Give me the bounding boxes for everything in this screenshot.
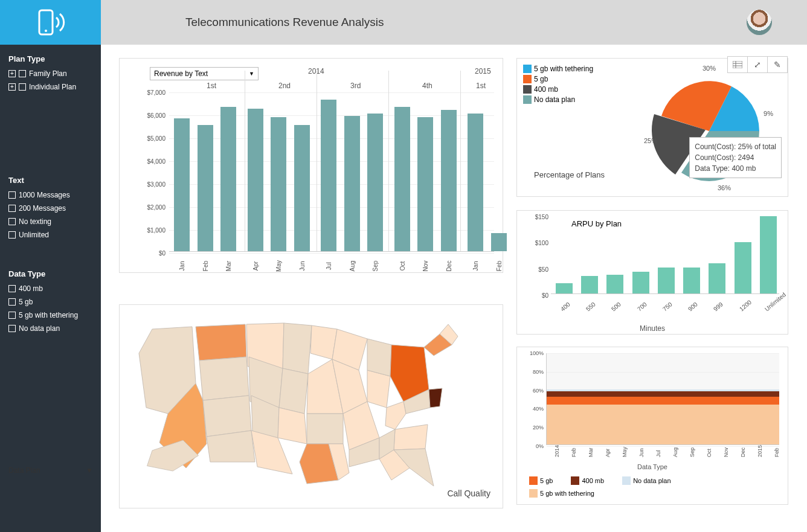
page-title: Telecommunications Revenue Analysis [185,16,384,29]
checkbox[interactable] [8,325,16,332]
filter-data-type: Data Type 400 mb 5 gb 5 gb with tetherin… [8,269,92,333]
filter-item[interactable]: No data plan [8,324,92,333]
avatar[interactable] [747,10,772,35]
quarter-label: 3rd [350,82,361,90]
percentage-plans-chart: ⤢ ✎ 5 gb with tethering 5 gb 400 mb No d… [516,58,788,197]
chevron-down-icon: ▼ [86,466,93,475]
arpu-chart: ARPU by Plan $0$50$100$150 4005505007007… [516,210,788,335]
expand-icon[interactable]: + [8,83,16,91]
pie-label: 36% [718,184,731,191]
svg-point-1 [45,30,47,32]
checkbox[interactable] [8,298,16,306]
filter-text: Text 1000 Messages 200 Messages No texti… [8,176,92,239]
map-svg [126,311,476,498]
pie-legend: 5 gb with tethering 5 gb 400 mb No data … [523,65,593,106]
filter-title: Text [8,176,92,185]
pie-title: Percentage of Plans [534,170,605,179]
sidebar: Plan Type +Family Plan +Individual Plan … [0,45,101,532]
filter-item[interactable]: 200 Messages [8,204,92,213]
checkbox[interactable] [8,285,16,292]
filter-plan-type: Plan Type +Family Plan +Individual Plan [8,54,92,91]
revenue-chart: Revenue by Text▼ 2014 2015 1st 2nd 3rd 4… [119,58,503,273]
filter-item[interactable]: 5 gb [8,298,92,306]
network-utilization-chart: Network Utilization 0%20%40%60%80%100% 2… [516,347,788,505]
filter-item[interactable]: +Individual Plan [8,83,92,91]
year-label: 2015 [475,67,491,75]
quarter-label: 2nd [278,82,291,90]
filter-item[interactable]: 400 mb [8,284,92,293]
quarter-label: 4th [422,82,432,90]
filter-title: Data Type [8,269,92,278]
revenue-metric-select[interactable]: Revenue by Text▼ [150,67,259,80]
checkbox[interactable] [8,205,16,212]
expand-icon[interactable]: + [8,70,16,77]
data-plan-select[interactable]: Data Plan▼ [8,466,93,475]
checkbox[interactable] [8,231,16,239]
svg-text:25%: 25% [644,137,657,144]
checkbox[interactable] [8,191,16,199]
filter-item[interactable]: Unlimited [8,231,92,239]
net-xlabel: Data Type [637,463,667,470]
filter-item[interactable]: +Family Plan [8,69,92,78]
checkbox[interactable] [19,83,26,91]
checkbox[interactable] [8,312,16,319]
net-legend: 5 gb 400 mb No data plan 5 gb with tethe… [529,476,782,499]
arpu-xlabel: Minutes [640,324,665,333]
filter-item[interactable]: 5 gb with tethering [8,311,92,319]
quarter-label: 1st [207,82,216,90]
header: Telecommunications Revenue Analysis [101,0,807,45]
main: Revenue by Text▼ 2014 2015 1st 2nd 3rd 4… [101,45,807,532]
checkbox[interactable] [8,218,16,225]
map-title: Call Quality [447,489,490,498]
filter-item[interactable]: No texting [8,217,92,226]
app-logo [0,0,101,45]
svg-text:30%: 30% [703,65,716,72]
call-quality-map: Call Quality [119,304,503,508]
svg-text:9%: 9% [764,110,773,117]
filter-title: Plan Type [8,54,92,63]
chevron-down-icon: ▼ [249,71,254,77]
filter-item[interactable]: 1000 Messages [8,191,92,199]
quarter-label: 1st [476,82,486,90]
checkbox[interactable] [19,70,26,77]
tooltip: Count(Cost): 25% of total Count(Cost): 2… [689,137,782,178]
